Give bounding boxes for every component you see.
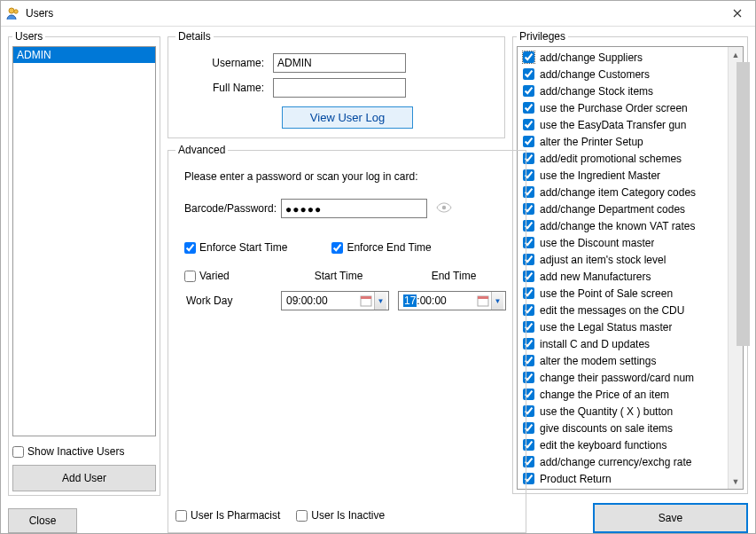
privilege-item[interactable]: add/change Stock items [518,82,728,99]
end-time-picker[interactable]: 17:00:00 ▼ [398,291,506,310]
view-user-log-button[interactable]: View User Log [282,106,413,129]
titlebar: Users [1,1,755,27]
enforce-start-checkbox[interactable] [184,242,196,254]
enforce-end-row[interactable]: Enforce End Time [331,241,431,254]
privilege-item[interactable]: add/change the known VAT rates [518,217,728,234]
chevron-down-icon[interactable]: ▼ [374,292,386,310]
privilege-label: use the Point of Sale screen [540,287,673,300]
privilege-item[interactable]: add/edit promotional schemes [518,150,728,167]
user-is-pharmacist-row[interactable]: User Is Pharmacist [175,509,280,522]
user-is-inactive-label: User Is Inactive [311,509,385,522]
close-button[interactable]: Close [8,508,77,533]
work-day-row: Work Day 09:00:00 ▼ 17:00:00 ▼ [179,291,515,310]
privilege-label: use the Ingredient Master [540,169,660,182]
privilege-item[interactable]: add/change Department codes [518,200,728,217]
advanced-legend: Advanced [175,144,228,156]
fullname-label: Full Name: [175,82,273,94]
privilege-label: install C and D updates [540,338,650,350]
privilege-label: add/change Stock items [540,85,653,98]
privilege-item[interactable]: use the Purchase Order screen [518,99,728,116]
window: Users Users ADMIN Show Inactive Users Ad… [0,0,756,534]
privilege-item[interactable]: edit the keyboard functions [518,436,728,453]
varied-checkbox[interactable] [184,271,196,282]
save-button[interactable]: Save [593,503,748,533]
barcode-row: Barcode/Password: ●●●●● [179,199,515,218]
privileges-scrollbar[interactable]: ▲ ▼ [728,47,743,489]
start-time-picker[interactable]: 09:00:00 ▼ [281,291,389,310]
privilege-label: use the Quantity ( X ) button [540,405,673,418]
user-is-pharmacist-checkbox[interactable] [175,510,187,522]
privilege-label: alter the Printer Setup [540,136,643,148]
privilege-label: use the Purchase Order screen [540,102,688,114]
privilege-item[interactable]: use the Ingredient Master [518,167,728,184]
privilege-item[interactable]: adjust an item's stock level [518,251,728,268]
user-list-item[interactable]: ADMIN [13,47,155,63]
privilege-item[interactable]: Product Return [518,470,728,487]
privilege-item[interactable]: add/change item Category codes [518,184,728,200]
privilege-label: adjust an item's stock level [540,254,666,266]
reveal-password-icon[interactable] [436,202,452,215]
privilege-item[interactable]: give discounts on sale items [518,420,728,436]
details-legend: Details [175,30,214,43]
username-field[interactable] [273,53,406,73]
advanced-inner: Please enter a password or scan your log… [175,161,518,316]
privilege-label: Product Return [540,473,612,485]
privilege-checkbox[interactable] [523,51,534,63]
enforce-end-checkbox[interactable] [331,242,343,254]
username-row: Username: [175,53,497,73]
privilege-item[interactable]: add/change Suppliers [518,49,728,66]
privileges-legend: Privileges [517,30,568,43]
privilege-item[interactable]: add new Manufacturers [518,268,728,285]
privilege-item[interactable]: use the Legal Status master [518,318,728,335]
fullname-row: Full Name: [175,78,497,98]
privilege-item[interactable]: use the Point of Sale screen [518,285,728,302]
privileges-list[interactable]: add/change Suppliersadd/change Customers… [518,47,728,489]
user-is-pharmacist-label: User Is Pharmacist [191,509,280,522]
scroll-thumb[interactable] [737,62,750,346]
privilege-checkbox[interactable] [523,102,534,114]
privilege-checkbox[interactable] [523,119,534,130]
privilege-item[interactable]: add/change currency/exchg rate [518,453,728,470]
barcode-field[interactable]: ●●●●● [281,199,427,218]
privilege-checkbox[interactable] [523,68,534,80]
user-is-inactive-row[interactable]: User Is Inactive [296,509,385,522]
privilege-item[interactable]: use the Discount master [518,234,728,251]
username-label: Username: [175,57,273,69]
calendar-icon [477,294,489,307]
svg-rect-6 [478,296,488,299]
chevron-down-icon[interactable]: ▼ [491,292,503,310]
privilege-item[interactable]: alter the modem settings [518,352,728,369]
privilege-label: add/change currency/exchg rate [540,456,691,468]
app-icon [6,6,20,20]
privilege-item[interactable]: alter the Printer Setup [518,133,728,150]
window-close-button[interactable] [720,1,755,26]
privilege-item[interactable]: install C and D updates [518,335,728,352]
privilege-checkbox[interactable] [523,85,534,97]
svg-point-1 [14,10,18,13]
varied-label: Varied [199,270,230,282]
privilege-item[interactable]: add/change Customers [518,66,728,82]
scroll-down-icon[interactable]: ▼ [729,474,743,489]
fullname-field[interactable] [273,78,406,98]
privilege-item[interactable]: change the Price of an item [518,386,728,403]
user-is-inactive-checkbox[interactable] [296,510,308,522]
show-inactive-row[interactable]: Show Inactive Users [12,445,156,458]
privilege-label: change the Price of an item [540,389,669,401]
right-column: Privileges add/change Suppliersadd/chang… [512,30,748,533]
privilege-label: add/change item Category codes [540,186,696,199]
scroll-up-icon[interactable]: ▲ [729,47,743,62]
enforce-start-row[interactable]: Enforce Start Time [184,241,287,254]
privilege-label: use the Legal Status master [540,321,672,334]
privilege-item[interactable]: edit the messages on the CDU [518,302,728,318]
show-inactive-checkbox[interactable] [12,446,24,458]
privilege-item[interactable]: use the Quantity ( X ) button [518,403,728,420]
privilege-item[interactable]: use the EasyData Transfer gun [518,116,728,133]
add-user-button[interactable]: Add User [12,465,156,491]
users-list[interactable]: ADMIN [12,46,156,436]
end-time-header: End Time [396,270,511,282]
svg-point-2 [442,206,446,209]
privilege-item[interactable]: change their password/card num [518,369,728,386]
privilege-label: add/change Customers [540,68,650,81]
varied-row[interactable]: Varied [184,270,230,282]
privileges-box: add/change Suppliersadd/change Customers… [517,46,744,490]
